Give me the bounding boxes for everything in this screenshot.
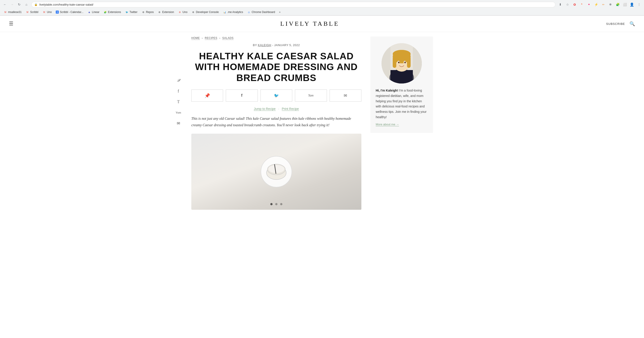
author-avatar-svg (382, 43, 422, 84)
breadcrumb-salads[interactable]: SALADS (222, 36, 234, 40)
bookmark-label: Twitter (130, 10, 138, 14)
linear-icon: ◆ (88, 10, 91, 14)
bookmark-scribbl-calendar[interactable]: S Scribbl - Calendar... (54, 10, 85, 14)
facebook-share-button[interactable]: f (226, 90, 258, 102)
bookmark-uno-1[interactable]: M Uno (40, 10, 54, 14)
refresh-button[interactable]: ↻ (16, 1, 22, 8)
bookmark-repos[interactable]: ⚙ Repos (140, 10, 156, 14)
food-image (191, 134, 362, 210)
bookmark-chrome-dashboard[interactable]: ◎ Chrome Dashboard (245, 10, 277, 14)
more-about-link[interactable]: More about me → (376, 123, 399, 126)
bookmark-me-analytics[interactable]: 📊 .me Analytics (221, 10, 245, 14)
bookmark-msallese31[interactable]: M msallese31 (2, 10, 24, 14)
gmail-icon-3: M (42, 10, 46, 14)
forward-button[interactable]: → (9, 1, 15, 8)
bookmark-twitter[interactable]: 🐦 Twitter (123, 10, 139, 14)
search-button[interactable]: 🔍 (630, 21, 635, 26)
svg-point-15 (398, 62, 400, 63)
twitter-share-icon: 🐦 (274, 93, 279, 98)
bookmark-more[interactable]: » (277, 10, 282, 14)
author-link[interactable]: KALEIGH (258, 44, 271, 47)
subscribe-button[interactable]: SUBSCRIBE (606, 22, 625, 26)
author-avatar (382, 43, 422, 84)
opera-icon[interactable]: O (572, 1, 578, 8)
yummly-share-button[interactable]: Yum (295, 90, 327, 102)
email-share-icon: ✉ (344, 93, 347, 98)
lightning-icon[interactable]: ⚡ (593, 1, 599, 8)
bookmark-extension[interactable]: ⚙ Extension (156, 10, 176, 14)
jump-to-recipe-link[interactable]: Jump to Recipe (254, 107, 276, 111)
svg-rect-11 (407, 57, 410, 68)
bookmark-extensions[interactable]: 🧩 Extensions (102, 10, 123, 14)
puzzle-icon[interactable]: 🧩 (614, 1, 621, 8)
back-button[interactable]: ← (2, 1, 8, 8)
bookmark-label: Uno (182, 10, 188, 14)
menu-dots[interactable]: ⋮ (636, 1, 642, 8)
home-button[interactable]: ⌂ (23, 1, 30, 8)
email-share-button[interactable]: ✉ (330, 90, 362, 102)
brave-icon[interactable]: ✦ (586, 1, 592, 8)
breadcrumb-recipes[interactable]: RECIPES (205, 36, 217, 40)
svg-point-12 (393, 50, 410, 58)
user-avatar[interactable]: 👤 (629, 1, 635, 8)
breadcrumb-home[interactable]: HOME (191, 36, 200, 40)
bookmark-label: Scribbl (30, 10, 38, 14)
food-image-bowl (261, 156, 292, 187)
sidebar-twitter-icon[interactable]: 𝕋 (175, 98, 182, 106)
bookmark-label: msallese31 (8, 10, 22, 14)
search-icon: 🔍 (630, 21, 635, 26)
address-bar[interactable]: 🔒 livelytable.com/healthy-kale-caesar-sa… (31, 2, 556, 8)
snowflake-icon[interactable]: ❄ (607, 1, 614, 8)
article-description: This is not just any old Caesar salad! T… (191, 116, 362, 128)
breadcrumb: HOME » RECIPES » SALADS (191, 32, 362, 44)
article-title: HEALTHY KALE CAESAR SALAD WITH HOMEMADE … (191, 51, 362, 83)
bookmark-scribbl[interactable]: M Scribbl (24, 10, 40, 14)
dot-1 (270, 203, 272, 205)
sidebar-email-icon[interactable]: ✉ (175, 120, 182, 127)
bookmarks-bar: M msallese31 M Scribbl M Uno S Scribbl -… (0, 9, 644, 16)
dot-3 (280, 203, 282, 205)
paint-icon[interactable]: ✏ (600, 1, 606, 8)
site-logo: LIVELY TABLE (280, 20, 340, 27)
svg-point-2 (268, 165, 284, 173)
bookmark-icon[interactable]: ☆ (564, 1, 570, 8)
hamburger-menu[interactable]: ☰ (9, 21, 14, 27)
author-bio-text: I'm a food-loving registered dietitian, … (376, 89, 426, 119)
sidebar-pinterest-icon[interactable]: 𝒫 (175, 77, 182, 84)
bookmark-label: Linear (92, 10, 99, 14)
svg-rect-6 (390, 70, 413, 84)
chrome-icon: ◎ (247, 10, 250, 14)
main-layout: 𝒫 f 𝕋 Yum ✉ HOME » RECIPES » SALADS BY K… (165, 32, 479, 210)
svg-point-16 (404, 62, 406, 63)
author-card: Hi, I'm Kaleigh! I'm a food-loving regis… (370, 36, 433, 133)
pinterest-share-button[interactable]: 📌 (191, 90, 223, 102)
twitter-share-button[interactable]: 🐦 (260, 90, 292, 102)
svg-rect-18 (413, 43, 422, 84)
more-label: » (279, 10, 280, 14)
pinterest-share-icon: 📌 (204, 93, 210, 98)
bookmark-linear[interactable]: ◆ Linear (86, 10, 101, 14)
tab-icon[interactable]: ⬜ (622, 1, 628, 8)
sidebar-facebook-icon[interactable]: f (175, 88, 182, 95)
sidebar-yummly-icon[interactable]: Yum (175, 109, 182, 116)
jump-links: Jump to Recipe · Print Recipe (191, 107, 362, 110)
uno-icon: ⚙ (178, 10, 182, 14)
bookmark-label: .me Analytics (227, 10, 243, 14)
by-prefix: BY (253, 44, 257, 47)
dev-console-icon: ⚙ (192, 10, 195, 14)
gmail-icon-2: M (26, 10, 29, 14)
bookmark-uno-2[interactable]: ⚙ Uno (176, 10, 189, 14)
author-bio: Hi, I'm Kaleigh! I'm a food-loving regis… (376, 88, 428, 120)
download-icon[interactable]: ⬇ (557, 1, 564, 8)
bookmark-label: Scribbl - Calendar... (60, 10, 83, 14)
svg-rect-17 (382, 43, 390, 84)
reddit-icon[interactable]: ᴿ (579, 1, 585, 8)
author-line: BY KALEIGH - JANUARY 5, 2022 (191, 44, 362, 47)
date-separator: - (272, 44, 274, 47)
bookmark-developer-console[interactable]: ⚙ Developer Console (190, 10, 221, 14)
svg-rect-10 (393, 57, 396, 68)
print-recipe-link[interactable]: Print Recipe (282, 107, 299, 111)
analytics-icon: 📊 (223, 10, 226, 14)
social-sidebar: 𝒫 f 𝕋 Yum ✉ (174, 32, 182, 210)
bookmark-label: Uno (47, 10, 52, 14)
